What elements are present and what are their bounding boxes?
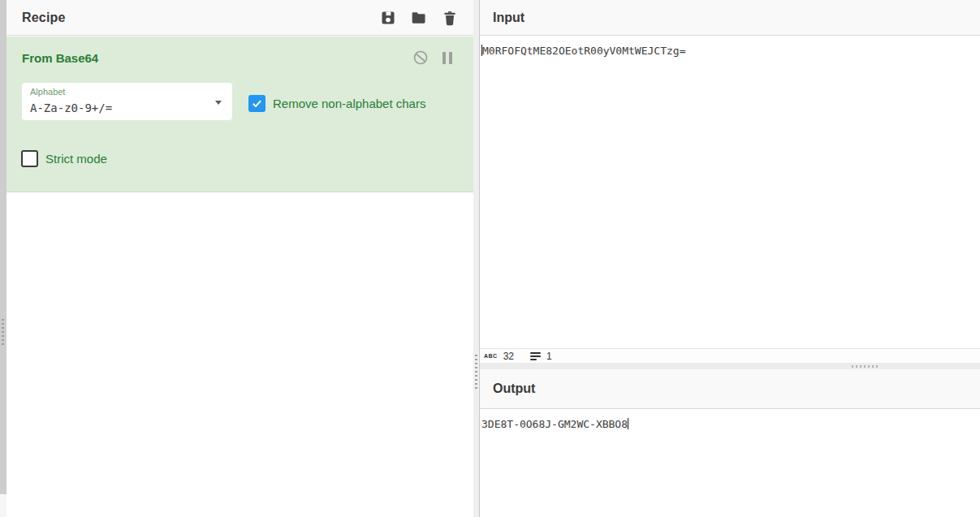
- input-textarea[interactable]: M0RFOFQtME82OEotR00yV0MtWEJCTzg=: [480, 37, 980, 348]
- alphabet-value: A-Za-z0-9+/=: [30, 101, 112, 114]
- operation-from-base64[interactable]: From Base64 Alphabet A-Za-z0-9+/=: [6, 37, 473, 192]
- input-header: Input: [480, 0, 980, 36]
- alphabet-select[interactable]: Alphabet A-Za-z0-9+/=: [22, 83, 232, 120]
- operations-splitter[interactable]: [0, 0, 6, 494]
- operation-title: From Base64: [22, 51, 98, 65]
- load-recipe-button[interactable]: [411, 10, 427, 26]
- input-title: Input: [493, 11, 525, 25]
- drag-handle-icon: [475, 355, 477, 389]
- remove-non-alphabet-label: Remove non-alphabet chars: [273, 97, 425, 110]
- char-count-icon: ABC: [484, 353, 498, 359]
- line-count-value: 1: [546, 351, 552, 362]
- output-section: Output 3DE8T-0O68J-GM2WC-XBBO8: [480, 369, 980, 517]
- recipe-title: Recipe: [22, 11, 66, 25]
- output-header: Output: [480, 369, 980, 409]
- remove-non-alphabet-checkbox[interactable]: [248, 95, 266, 112]
- save-recipe-button[interactable]: [380, 10, 396, 26]
- chevron-down-icon: [215, 101, 222, 105]
- floppy-disk-icon: [380, 10, 396, 26]
- operation-controls: [412, 50, 454, 66]
- remove-non-alphabet-row: Remove non-alphabet chars: [248, 95, 425, 112]
- output-title: Output: [493, 381, 535, 396]
- output-textarea[interactable]: 3DE8T-0O68J-GM2WC-XBBO8: [480, 410, 980, 517]
- disable-operation-icon[interactable]: [412, 50, 429, 66]
- recipe-header: Recipe: [6, 0, 473, 36]
- clear-recipe-button[interactable]: [442, 10, 458, 26]
- input-section: Input M0RFOFQtME82OEotR00yV0MtWEJCTzg= A…: [480, 0, 980, 363]
- cyberchef-app: Recipe: [0, 0, 980, 517]
- pause-operation-icon[interactable]: [441, 51, 454, 65]
- input-status-bar: ABC 32 1: [480, 348, 980, 363]
- drag-handle-icon: [2, 319, 4, 345]
- strict-mode-label: Strict mode: [45, 152, 107, 166]
- alphabet-label: Alphabet: [30, 87, 65, 97]
- check-icon: [251, 97, 263, 110]
- trash-icon: [442, 10, 458, 26]
- input-output-splitter[interactable]: [480, 363, 980, 369]
- recipe-toolbar: [380, 10, 458, 26]
- recipe-io-splitter[interactable]: [473, 0, 479, 517]
- operations-splitter-end: [0, 494, 6, 517]
- folder-icon: [411, 10, 427, 26]
- output-text: 3DE8T-0O68J-GM2WC-XBBO8: [481, 418, 628, 430]
- recipe-panel: Recipe: [6, 0, 473, 517]
- input-text: M0RFOFQtME82OEotR00yV0MtWEJCTzg=: [482, 45, 685, 57]
- text-cursor: [628, 418, 628, 429]
- line-count-icon: [530, 352, 541, 360]
- strict-mode-checkbox[interactable]: [21, 150, 38, 167]
- char-count-value: 32: [503, 351, 514, 362]
- io-panel: Input M0RFOFQtME82OEotR00yV0MtWEJCTzg= A…: [479, 0, 980, 517]
- strict-mode-row: Strict mode: [21, 150, 107, 167]
- drag-handle-icon: [852, 365, 879, 368]
